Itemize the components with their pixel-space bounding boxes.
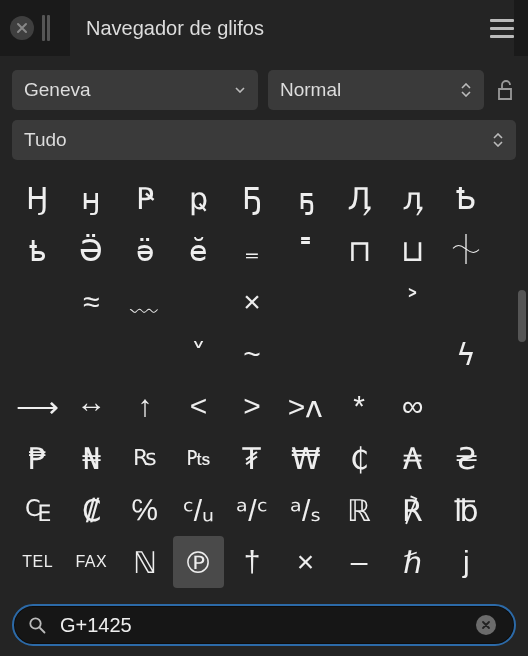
svg-point-0 xyxy=(30,618,40,628)
glyph-cell[interactable] xyxy=(119,328,171,380)
glyph-cell[interactable]: ℏ xyxy=(387,536,439,588)
glyph-cell[interactable] xyxy=(280,276,332,328)
glyph-cell[interactable] xyxy=(440,276,492,328)
glyph-cell[interactable]: ↑ xyxy=(119,380,171,432)
glyph-cell[interactable]: ˅ xyxy=(173,328,225,380)
glyph-cell[interactable]: ≈ xyxy=(66,276,118,328)
glyph-cell[interactable]: ₩ xyxy=(280,432,332,484)
glyph-cell[interactable] xyxy=(173,276,225,328)
font-select-value: Geneva xyxy=(24,79,91,101)
glyph-cell[interactable]: ℝ xyxy=(333,484,385,536)
glyph-cell[interactable]: ₳ xyxy=(387,432,439,484)
glyph-cell[interactable]: ℟ xyxy=(387,484,439,536)
glyph-cell[interactable]: ₡ xyxy=(66,484,118,536)
chevron-up-down-icon xyxy=(460,83,472,97)
glyph-grid: ӇӈҎҏҔҕӅӆҌҍӚӛӗ₌˭⊓⊔⏆≈﹏×˃˅~ϟ⟶↔↑<>>ʌ*∞₱₦₨₧₮₩… xyxy=(12,172,492,588)
glyph-cell[interactable]: ᵃ/ᶜ xyxy=(226,484,278,536)
category-filter-select[interactable]: Tudo xyxy=(12,120,516,160)
font-select[interactable]: Geneva xyxy=(12,70,258,110)
search-icon xyxy=(28,616,46,634)
chevron-down-icon xyxy=(234,87,246,93)
glyph-cell[interactable] xyxy=(440,380,492,432)
glyph-cell[interactable]: ₠ xyxy=(12,484,64,536)
glyph-cell[interactable] xyxy=(66,328,118,380)
glyph-cell[interactable]: Ҕ xyxy=(226,172,278,224)
glyph-cell[interactable]: ᶜ/ᵤ xyxy=(173,484,225,536)
chevron-up-down-icon xyxy=(492,133,504,147)
font-lock-toggle[interactable] xyxy=(494,79,516,101)
glyph-cell[interactable]: ҍ xyxy=(12,224,64,276)
close-button[interactable] xyxy=(10,16,34,40)
glyph-cell[interactable] xyxy=(280,328,332,380)
panel-title: Navegador de glifos xyxy=(86,17,264,40)
glyph-cell[interactable]: ⟶ xyxy=(12,380,64,432)
glyph-cell[interactable]: ⏆ xyxy=(440,224,492,276)
glyph-cell[interactable] xyxy=(333,276,385,328)
glyph-cell[interactable]: FAX xyxy=(66,536,118,588)
glyph-cell[interactable]: ∞ xyxy=(387,380,439,432)
drag-handle[interactable] xyxy=(42,15,50,41)
glyph-cell[interactable]: ϟ xyxy=(440,328,492,380)
glyph-cell[interactable]: † xyxy=(226,536,278,588)
glyph-cell[interactable]: ₱ xyxy=(12,432,64,484)
glyph-cell[interactable]: < xyxy=(173,380,225,432)
glyph-cell[interactable]: ӗ xyxy=(173,224,225,276)
glyph-cell[interactable]: ₨ xyxy=(119,432,171,484)
panel-menu-button[interactable] xyxy=(484,0,514,56)
glyph-cell[interactable]: ᵃ/ₛ xyxy=(280,484,332,536)
glyph-cell[interactable]: – xyxy=(333,536,385,588)
glyph-cell[interactable]: ˃ xyxy=(387,276,439,328)
glyph-cell[interactable]: ℅ xyxy=(119,484,171,536)
glyph-cell[interactable]: ℕ xyxy=(119,536,171,588)
lock-open-icon xyxy=(496,79,514,101)
glyph-cell[interactable]: > xyxy=(226,380,278,432)
glyph-cell[interactable]: × xyxy=(226,276,278,328)
glyph-cell[interactable]: ₵ xyxy=(333,432,385,484)
glyph-cell[interactable]: ↔ xyxy=(66,380,118,432)
glyph-cell[interactable]: ӈ xyxy=(66,172,118,224)
style-select-value: Normal xyxy=(280,79,341,101)
search-bar xyxy=(12,604,516,646)
glyph-cell[interactable]: ₌ xyxy=(226,224,278,276)
style-select[interactable]: Normal xyxy=(268,70,484,110)
glyph-cell[interactable]: ℔ xyxy=(440,484,492,536)
glyph-cell[interactable]: j xyxy=(440,536,492,588)
glyph-cell[interactable]: Ӆ xyxy=(333,172,385,224)
glyph-cell[interactable]: ⊓ xyxy=(333,224,385,276)
glyph-cell[interactable]: TEL xyxy=(12,536,64,588)
close-icon xyxy=(481,620,491,630)
glyph-cell[interactable]: Ӈ xyxy=(12,172,64,224)
glyph-cell[interactable] xyxy=(12,276,64,328)
glyph-cell[interactable]: ӛ xyxy=(119,224,171,276)
glyph-cell[interactable]: ҏ xyxy=(173,172,225,224)
glyph-cell[interactable]: Ҍ xyxy=(440,172,492,224)
glyph-cell[interactable] xyxy=(12,328,64,380)
glyph-cell[interactable]: ₴ xyxy=(440,432,492,484)
glyph-cell[interactable]: ˭ xyxy=(280,224,332,276)
search-input[interactable] xyxy=(60,614,476,637)
glyph-cell[interactable]: ӆ xyxy=(387,172,439,224)
glyph-cell[interactable]: ₦ xyxy=(66,432,118,484)
glyph-cell[interactable] xyxy=(387,328,439,380)
glyph-cell[interactable]: ﹏ xyxy=(119,276,171,328)
close-icon xyxy=(16,22,28,34)
glyph-cell[interactable]: ₧ xyxy=(173,432,225,484)
glyph-cell[interactable]: >ʌ xyxy=(280,380,332,432)
scrollbar-thumb[interactable] xyxy=(518,290,526,342)
glyph-cell[interactable]: × xyxy=(280,536,332,588)
glyph-cell[interactable]: ₮ xyxy=(226,432,278,484)
clear-search-button[interactable] xyxy=(476,615,496,635)
glyph-cell[interactable]: ℗ xyxy=(173,536,225,588)
glyph-cell[interactable]: ⊔ xyxy=(387,224,439,276)
glyph-cell[interactable]: Ҏ xyxy=(119,172,171,224)
glyph-cell[interactable]: * xyxy=(333,380,385,432)
panel-tab-glyphs[interactable]: Navegador de glifos xyxy=(70,0,484,56)
category-filter-value: Tudo xyxy=(24,129,67,151)
glyph-cell[interactable]: Ӛ xyxy=(66,224,118,276)
glyph-cell[interactable]: ~ xyxy=(226,328,278,380)
glyph-cell[interactable]: ҕ xyxy=(280,172,332,224)
glyph-cell[interactable] xyxy=(333,328,385,380)
